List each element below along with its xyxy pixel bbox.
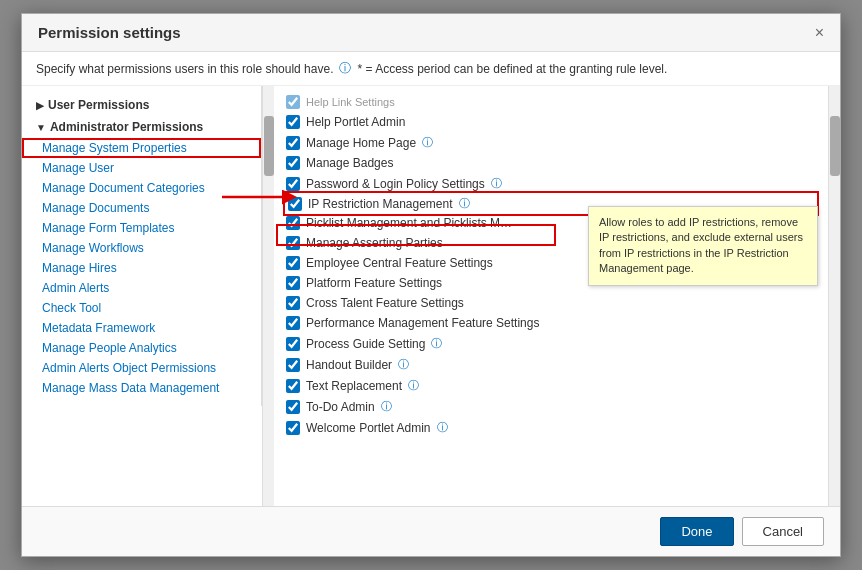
checkbox-handout-builder[interactable] [286, 358, 300, 372]
info-icon-password-login[interactable]: ⓘ [491, 176, 502, 191]
nav-manage-people-analytics[interactable]: Manage People Analytics [22, 338, 261, 358]
admin-permissions-label: Administrator Permissions [50, 120, 203, 134]
checkbox-row-help-portlet-admin: Help Portlet Admin [286, 112, 816, 132]
checkbox-label-employee-central: Employee Central Feature Settings [306, 256, 493, 270]
ip-restriction-tooltip: Allow roles to add IP restrictions, remo… [588, 206, 818, 286]
expand-triangle-icon: ▶ [36, 100, 44, 111]
tooltip-text: Allow roles to add IP restrictions, remo… [599, 216, 803, 274]
checkbox-label-cross-talent: Cross Talent Feature Settings [306, 296, 464, 310]
checkbox-row-todo-admin: To-Do Admin ⓘ [286, 396, 816, 417]
nav-metadata-framework[interactable]: Metadata Framework [22, 318, 261, 338]
checkbox-label-text-replacement: Text Replacement [306, 379, 402, 393]
checkbox-label-password-login: Password & Login Policy Settings [306, 177, 485, 191]
checkbox-employee-central[interactable] [286, 256, 300, 270]
nav-manage-system-properties[interactable]: Manage System Properties [22, 138, 261, 158]
nav-manage-mass-data-management[interactable]: Manage Mass Data Management [22, 378, 261, 398]
checkbox-help-portlet-admin[interactable] [286, 115, 300, 129]
nav-manage-workflows[interactable]: Manage Workflows [22, 238, 261, 258]
left-panel-wrapper: ▶ User Permissions ▼ Administrator Permi… [22, 86, 262, 506]
checkbox-row-manage-home-page: Manage Home Page ⓘ [286, 132, 816, 153]
nav-admin-alerts-object-permissions[interactable]: Admin Alerts Object Permissions [22, 358, 261, 378]
collapse-triangle-icon: ▼ [36, 122, 46, 133]
checkbox-row-process-guide: Process Guide Setting ⓘ [286, 333, 816, 354]
checkbox-text-replacement[interactable] [286, 379, 300, 393]
checkbox-row-handout-builder: Handout Builder ⓘ [286, 354, 816, 375]
nav-manage-documents[interactable]: Manage Documents [22, 198, 261, 218]
info-icon-welcome-portlet[interactable]: ⓘ [437, 420, 448, 435]
info-icon-text-replacement[interactable]: ⓘ [408, 378, 419, 393]
checkbox-label-manage-badges: Manage Badges [306, 156, 393, 170]
done-button[interactable]: Done [660, 517, 733, 546]
checkbox-label-process-guide: Process Guide Setting [306, 337, 425, 351]
scrollbar-thumb [264, 116, 274, 176]
checkbox-label-todo-admin: To-Do Admin [306, 400, 375, 414]
checkbox-row-welcome-portlet: Welcome Portlet Admin ⓘ [286, 417, 816, 438]
checkbox-welcome-portlet[interactable] [286, 421, 300, 435]
info-icon-todo-admin[interactable]: ⓘ [381, 399, 392, 414]
left-panel: ▶ User Permissions ▼ Administrator Permi… [22, 86, 262, 406]
checkbox-manage-home-page[interactable] [286, 136, 300, 150]
checkbox-picklist[interactable] [286, 216, 300, 230]
info-icon-process-guide[interactable]: ⓘ [431, 336, 442, 351]
nav-check-tool[interactable]: Check Tool [22, 298, 261, 318]
dialog-title: Permission settings [38, 24, 181, 41]
checkbox-performance-mgmt[interactable] [286, 316, 300, 330]
nav-admin-alerts[interactable]: Admin Alerts [22, 278, 261, 298]
checkbox-label-welcome-portlet: Welcome Portlet Admin [306, 421, 431, 435]
checkbox-label-picklist: Picklist Management and Picklists M… [306, 216, 512, 230]
checkbox-label-performance-mgmt: Performance Management Feature Settings [306, 316, 539, 330]
checkbox-process-guide[interactable] [286, 337, 300, 351]
description-info-icon[interactable]: ⓘ [339, 60, 351, 77]
checkbox-label-manage-home-page: Manage Home Page [306, 136, 416, 150]
checkbox-asserting-parties[interactable] [286, 236, 300, 250]
nav-manage-hires[interactable]: Manage Hires [22, 258, 261, 278]
info-icon-handout-builder[interactable]: ⓘ [398, 357, 409, 372]
left-scrollbar[interactable] [262, 86, 274, 506]
admin-permissions-section: ▼ Administrator Permissions [22, 116, 261, 138]
checkbox-label-help-portlet-admin: Help Portlet Admin [306, 115, 405, 129]
user-permissions-label: User Permissions [48, 98, 149, 112]
right-scrollbar[interactable] [828, 86, 840, 506]
access-note-text: * = Access period can be defined at the … [357, 62, 667, 76]
info-icon-ip-restriction[interactable]: ⓘ [459, 196, 470, 211]
checkbox-row-cross-talent: Cross Talent Feature Settings [286, 293, 816, 313]
dialog-description: Specify what permissions users in this r… [22, 52, 840, 86]
checkbox-platform-feature[interactable] [286, 276, 300, 290]
checkbox-label-ip-restriction: IP Restriction Management [308, 197, 453, 211]
checkbox-label-asserting-parties: Manage Asserting Parties [306, 236, 443, 250]
nav-manage-user[interactable]: Manage User [22, 158, 261, 178]
checkbox-manage-badges[interactable] [286, 156, 300, 170]
checkbox-row-manage-badges: Manage Badges [286, 153, 816, 173]
checkbox-help-link-settings[interactable] [286, 95, 300, 109]
checkbox-row-help-link-settings: Help Link Settings [286, 92, 816, 112]
checkbox-password-login[interactable] [286, 177, 300, 191]
checkbox-label-help-link-settings: Help Link Settings [306, 96, 395, 108]
checkbox-row-text-replacement: Text Replacement ⓘ [286, 375, 816, 396]
checkbox-ip-restriction[interactable] [288, 197, 302, 211]
checkbox-todo-admin[interactable] [286, 400, 300, 414]
permission-settings-dialog: Permission settings × Specify what permi… [21, 13, 841, 557]
cancel-button[interactable]: Cancel [742, 517, 824, 546]
right-scrollbar-thumb [830, 116, 840, 176]
user-permissions-section: ▶ User Permissions [22, 94, 261, 116]
checkbox-cross-talent[interactable] [286, 296, 300, 310]
checkbox-row-password-login: Password & Login Policy Settings ⓘ [286, 173, 816, 194]
dialog-body: ▶ User Permissions ▼ Administrator Permi… [22, 86, 840, 506]
checkbox-row-performance-mgmt: Performance Management Feature Settings [286, 313, 816, 333]
nav-manage-form-templates[interactable]: Manage Form Templates [22, 218, 261, 238]
close-button[interactable]: × [815, 25, 824, 41]
info-icon-manage-home-page[interactable]: ⓘ [422, 135, 433, 150]
dialog-header: Permission settings × [22, 14, 840, 52]
checkbox-label-platform-feature: Platform Feature Settings [306, 276, 442, 290]
checkbox-label-handout-builder: Handout Builder [306, 358, 392, 372]
dialog-footer: Done Cancel [22, 506, 840, 556]
description-text: Specify what permissions users in this r… [36, 62, 333, 76]
right-panel: Help Link Settings Help Portlet Admin Ma… [274, 86, 828, 506]
nav-manage-document-categories[interactable]: Manage Document Categories [22, 178, 261, 198]
